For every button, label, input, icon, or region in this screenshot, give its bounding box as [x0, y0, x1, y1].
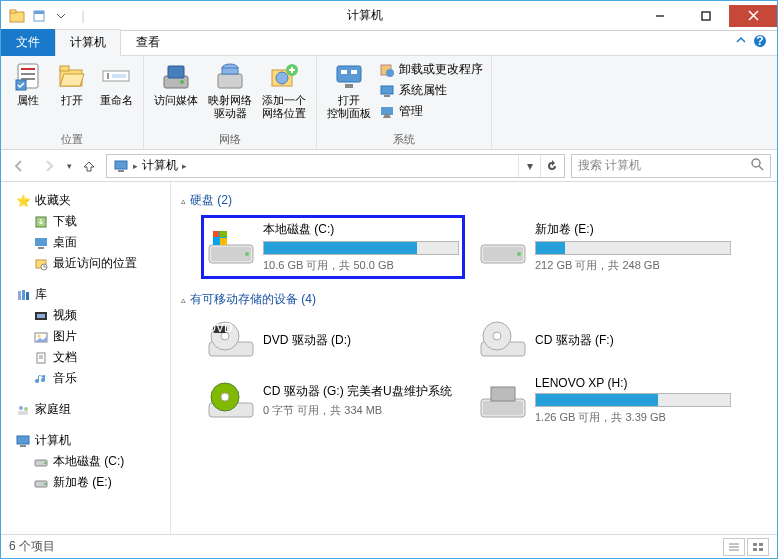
drive-g[interactable]: CD 驱动器 (G:) 完美者U盘维护系统 0 字节 可用，共 334 MB [203, 372, 463, 429]
drive-c-name: 本地磁盘 (C:) [263, 221, 459, 238]
tree-pictures[interactable]: 图片 [1, 326, 170, 347]
search-box[interactable]: 搜索 计算机 [571, 154, 771, 178]
manage-button[interactable]: 管理 [377, 102, 485, 121]
drive-d[interactable]: DVD DVD 驱动器 (D:) [203, 316, 463, 364]
collapse-icon[interactable]: ▵ [181, 295, 186, 305]
svg-rect-36 [115, 161, 127, 169]
content-pane[interactable]: ▵ 硬盘 (2) 本地磁盘 (C:) 10.6 GB 可用，共 50.0 GB … [171, 182, 777, 534]
address-dropdown-icon[interactable]: ▾ [518, 155, 540, 177]
drive-e-capacity [535, 241, 731, 255]
homegroup-icon [15, 402, 31, 418]
refresh-button[interactable] [540, 155, 562, 177]
tree-desktop[interactable]: 桌面 [1, 232, 170, 253]
drive-c-capacity [263, 241, 459, 255]
window-title: 计算机 [93, 7, 637, 24]
tree-libraries[interactable]: 库 [1, 284, 170, 305]
tree-documents[interactable]: 文档 [1, 347, 170, 368]
window-controls [637, 5, 777, 27]
quick-access-toolbar: | [1, 6, 93, 26]
svg-rect-30 [345, 84, 353, 88]
tree-computer[interactable]: 计算机 [1, 430, 170, 451]
rename-button[interactable]: 重命名 [95, 58, 137, 109]
uninstall-programs-button[interactable]: 卸载或更改程序 [377, 60, 485, 79]
drive-c[interactable]: 本地磁盘 (C:) 10.6 GB 可用，共 50.0 GB [203, 217, 463, 277]
rename-label: 重命名 [100, 94, 133, 107]
view-large-icons-button[interactable] [747, 538, 769, 556]
section-removable-header[interactable]: ▵ 有可移动存储的设备 (4) [181, 287, 767, 312]
collapse-icon[interactable]: ▵ [181, 196, 186, 206]
map-drive-button[interactable]: 映射网络 驱动器 [204, 58, 256, 122]
svg-point-55 [19, 406, 23, 410]
svg-rect-35 [381, 107, 393, 115]
system-properties-icon [379, 83, 395, 99]
forward-button[interactable] [37, 154, 61, 178]
properties-icon[interactable] [29, 6, 49, 26]
back-button[interactable] [7, 154, 31, 178]
open-button[interactable]: 打开 [51, 58, 93, 109]
collapse-ribbon-icon[interactable] [735, 34, 747, 51]
address-bar[interactable]: ▸ 计算机 ▸ ▾ [106, 154, 565, 178]
ribbon-group-network: 访问媒体 映射网络 驱动器 添加一个 网络位置 网络 [144, 56, 317, 149]
dvd-drive-icon: DVD [207, 320, 255, 360]
chevron-down-icon[interactable] [51, 6, 71, 26]
svg-rect-68 [213, 231, 219, 237]
drive-e[interactable]: 新加卷 (E:) 212 GB 可用，共 248 GB [475, 217, 735, 277]
ribbon-group-system: 打开 控制面板 卸载或更改程序 系统属性 管理 系统 [317, 56, 492, 149]
folder-icon [7, 6, 27, 26]
svg-rect-14 [60, 66, 69, 71]
history-dropdown-icon[interactable]: ▾ [67, 161, 72, 171]
svg-point-56 [24, 407, 28, 411]
group-label-system: 系统 [323, 132, 485, 149]
tree-videos[interactable]: 视频 [1, 305, 170, 326]
documents-icon [33, 350, 49, 366]
tree-downloads[interactable]: 下载 [1, 211, 170, 232]
maximize-button[interactable] [683, 5, 729, 27]
add-location-label: 添加一个 网络位置 [262, 94, 306, 120]
open-control-panel-button[interactable]: 打开 控制面板 [323, 58, 375, 122]
chevron-right-icon[interactable]: ▸ [182, 161, 187, 171]
main-area: ⭐收藏夹 下载 桌面 最近访问的位置 库 视频 图片 文档 音乐 家庭组 计算机… [1, 182, 777, 534]
open-icon [56, 60, 88, 92]
tab-file[interactable]: 文件 [1, 29, 55, 56]
view-details-button[interactable] [723, 538, 745, 556]
tree-new-volume-e[interactable]: 新加卷 (E:) [1, 472, 170, 493]
uninstall-icon [379, 62, 395, 78]
up-button[interactable] [78, 155, 100, 177]
access-media-button[interactable]: 访问媒体 [150, 58, 202, 109]
svg-rect-46 [22, 290, 25, 300]
computer-icon [15, 433, 31, 449]
tree-recent[interactable]: 最近访问的位置 [1, 253, 170, 274]
help-icon[interactable]: ? [753, 34, 767, 51]
manage-label: 管理 [399, 103, 423, 120]
system-properties-button[interactable]: 系统属性 [377, 81, 485, 100]
close-button[interactable] [729, 5, 777, 27]
add-location-button[interactable]: 添加一个 网络位置 [258, 58, 310, 122]
tab-view[interactable]: 查看 [121, 29, 175, 56]
ribbon-tabs: 文件 计算机 查看 ? [1, 31, 777, 56]
drive-c-caption: 10.6 GB 可用，共 50.0 GB [263, 258, 459, 273]
drive-h[interactable]: LENOVO XP (H:) 1.26 GB 可用，共 3.39 GB [475, 372, 735, 429]
open-control-panel-label: 打开 控制面板 [327, 94, 371, 120]
svg-rect-3 [34, 11, 44, 14]
svg-rect-1 [10, 10, 16, 13]
tree-homegroup[interactable]: 家庭组 [1, 399, 170, 420]
tree-music[interactable]: 音乐 [1, 368, 170, 389]
drive-d-name: DVD 驱动器 (D:) [263, 332, 459, 349]
svg-rect-88 [491, 387, 515, 401]
section-hdd-header[interactable]: ▵ 硬盘 (2) [181, 188, 767, 213]
tab-computer[interactable]: 计算机 [55, 29, 121, 56]
status-bar: 6 个项目 [1, 534, 777, 558]
drive-f[interactable]: CD 驱动器 (F:) [475, 316, 735, 364]
svg-rect-28 [341, 70, 347, 74]
breadcrumb-segment[interactable]: 计算机 [138, 157, 182, 174]
svg-point-20 [180, 80, 184, 84]
music-icon [33, 371, 49, 387]
svg-point-85 [221, 393, 229, 401]
svg-rect-49 [37, 314, 45, 318]
svg-rect-10 [21, 73, 35, 75]
navigation-pane[interactable]: ⭐收藏夹 下载 桌面 最近访问的位置 库 视频 图片 文档 音乐 家庭组 计算机… [1, 182, 171, 534]
tree-local-disk-c[interactable]: 本地磁盘 (C:) [1, 451, 170, 472]
tree-favorites[interactable]: ⭐收藏夹 [1, 190, 170, 211]
properties-button[interactable]: 属性 [7, 58, 49, 109]
minimize-button[interactable] [637, 5, 683, 27]
